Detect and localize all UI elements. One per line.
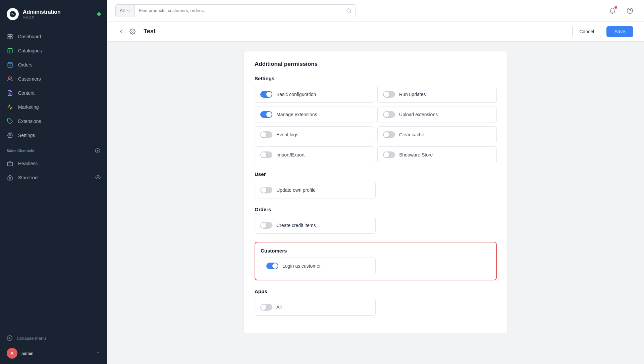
app-name: Administration <box>23 9 93 15</box>
sidebar-item-label: Settings <box>18 133 35 138</box>
perm-event-logs: Event logs <box>255 126 374 143</box>
extensions-icon <box>7 118 13 125</box>
user-info: admin <box>21 351 33 356</box>
content-icon <box>7 90 13 96</box>
page-title: Test <box>144 28 567 35</box>
app-title-block: Administration 6.6.2.0 <box>23 9 93 19</box>
svg-point-6 <box>8 77 10 79</box>
toggle-event-logs[interactable] <box>260 131 272 138</box>
online-status-dot <box>97 12 101 16</box>
help-icon <box>627 7 633 14</box>
perm-manage-extensions: Manage extensions <box>255 106 374 123</box>
permissions-title: Additional permissions <box>255 61 497 67</box>
sidebar-item-storefront[interactable]: Storefront <box>0 171 107 185</box>
perm-clear-cache: Clear cache <box>377 126 497 143</box>
toggle-create-credit-items[interactable] <box>260 222 272 229</box>
toggle-import-export[interactable] <box>260 151 272 158</box>
toggle-run-updates[interactable] <box>383 91 395 98</box>
notification-badge <box>614 6 617 9</box>
collapse-icon <box>7 335 13 341</box>
user-section: User Update own profile <box>255 171 497 198</box>
catalogues-icon <box>7 47 13 54</box>
sidebar-item-headless[interactable]: Headless <box>0 156 107 171</box>
settings-permissions-grid: Basic configuration Run updates <box>255 86 497 163</box>
orders-section-title: Orders <box>255 207 497 212</box>
sidebar-item-customers[interactable]: Customers <box>0 72 107 86</box>
sidebar-header: Administration 6.6.2.0 <box>0 0 107 27</box>
svg-point-18 <box>347 9 351 12</box>
chevron-left-icon <box>118 29 124 35</box>
toggle-apps-all[interactable] <box>260 304 272 311</box>
svg-point-15 <box>97 177 99 178</box>
perm-create-credit-items: Create credit items <box>255 217 376 234</box>
svg-point-20 <box>627 8 633 13</box>
notifications-button[interactable] <box>606 5 619 17</box>
sidebar-item-extensions[interactable]: Extensions <box>0 114 107 128</box>
sidebar-footer: Collapse menu A admin <box>0 327 107 364</box>
sidebar-item-catalogues[interactable]: Catalogues <box>0 44 107 58</box>
apps-section-title: Apps <box>255 288 497 294</box>
back-button[interactable] <box>118 29 124 35</box>
sidebar-item-dashboard[interactable]: Dashboard <box>0 30 107 44</box>
perm-shopware-store: Shopware Store <box>377 146 497 163</box>
search-button[interactable] <box>342 8 356 13</box>
perm-upload-extensions: Upload extensions <box>377 106 497 123</box>
sidebar-item-label: Storefront <box>18 175 39 180</box>
svg-rect-14 <box>8 162 13 166</box>
marketing-icon <box>7 104 13 110</box>
apps-permissions-grid: All <box>255 299 376 316</box>
user-name: admin <box>21 351 33 356</box>
toggle-clear-cache[interactable] <box>383 131 395 138</box>
orders-section: Orders Create credit items <box>255 207 497 234</box>
svg-line-19 <box>350 12 351 13</box>
gear-icon <box>129 29 136 35</box>
toggle-basic-config[interactable] <box>260 91 272 98</box>
perm-import-export: Import/Export <box>255 146 374 163</box>
main-nav: Dashboard Catalogues Orders Customers <box>0 27 107 327</box>
add-sales-channel-button[interactable] <box>95 148 101 154</box>
storefront-icon <box>7 174 13 181</box>
toggle-upload-extensions[interactable] <box>383 111 395 118</box>
main-content: All Test Cancel Sav <box>107 0 644 364</box>
sidebar-item-label: Customers <box>18 76 41 82</box>
svg-rect-3 <box>8 37 10 39</box>
svg-rect-4 <box>10 37 12 39</box>
search-filter-button[interactable]: All <box>116 5 135 17</box>
sidebar-item-label: Orders <box>18 62 33 67</box>
sidebar-item-label: Marketing <box>18 104 39 110</box>
sidebar-item-orders[interactable]: Orders <box>0 58 107 72</box>
settings-section: Settings Basic configuration <box>255 76 497 163</box>
toggle-update-own-profile[interactable] <box>260 187 272 193</box>
permissions-container: Additional permissions Settings Basic co… <box>238 51 513 333</box>
save-button[interactable]: Save <box>606 26 633 37</box>
toggle-shopware-store[interactable] <box>383 151 395 158</box>
customers-section: Customers Login as customer <box>255 242 497 280</box>
cancel-button[interactable]: Cancel <box>572 26 601 37</box>
storefront-eye-icon <box>95 175 101 181</box>
toggle-login-as-customer[interactable] <box>266 263 278 269</box>
page-header: Test Cancel Save <box>107 21 644 42</box>
sidebar-item-label: Extensions <box>18 119 41 124</box>
dashboard-icon <box>7 33 13 40</box>
permissions-card: Additional permissions Settings Basic co… <box>244 51 508 333</box>
user-bar[interactable]: A admin <box>7 344 101 359</box>
sales-channels-section: Sales Channels <box>0 142 107 156</box>
collapse-menu-button[interactable]: Collapse menu <box>7 332 101 344</box>
user-section-title: User <box>255 171 497 177</box>
sidebar-item-content[interactable]: Content <box>0 86 107 100</box>
toggle-manage-extensions[interactable] <box>260 111 272 118</box>
customers-icon <box>7 76 13 82</box>
search-input[interactable] <box>135 8 342 13</box>
customers-permissions-grid: Login as customer <box>261 258 376 274</box>
sidebar: Administration 6.6.2.0 Dashboard Catalog… <box>0 0 107 364</box>
page-settings-button[interactable] <box>129 29 136 35</box>
sidebar-item-marketing[interactable]: Marketing <box>0 100 107 114</box>
logo-icon <box>9 10 16 18</box>
help-button[interactable] <box>624 5 636 17</box>
sidebar-item-label: Headless <box>18 161 38 166</box>
svg-rect-1 <box>8 34 10 36</box>
customers-section-title: Customers <box>261 248 491 254</box>
sidebar-item-settings[interactable]: Settings <box>0 128 107 142</box>
svg-point-21 <box>132 31 133 32</box>
apps-section: Apps All <box>255 288 497 316</box>
